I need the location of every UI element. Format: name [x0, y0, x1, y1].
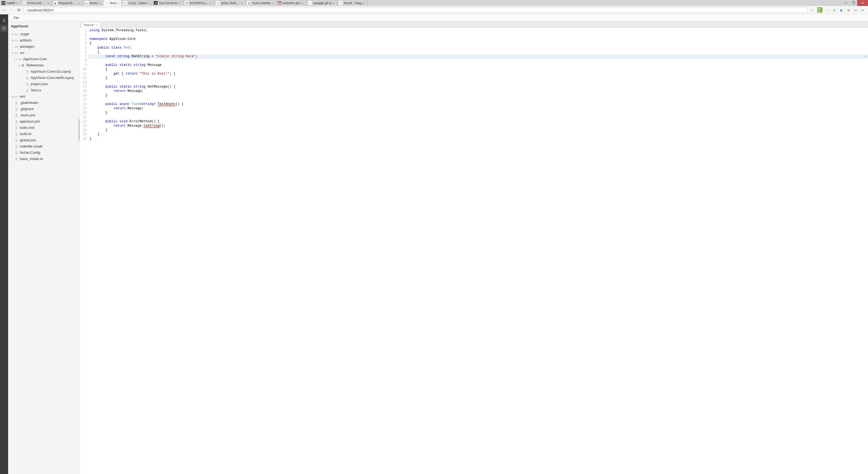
- close-icon[interactable]: ×: [16, 2, 19, 4]
- file-node[interactable]: ▯.gitattributes: [8, 99, 80, 106]
- code-line[interactable]: const string MahString = "static string …: [88, 55, 868, 59]
- code-line[interactable]: using System.Threading.Tasks;: [88, 29, 868, 33]
- references-node[interactable]: ▸⊞References: [8, 62, 80, 68]
- folder-node[interactable]: ▸▭artifacts: [8, 37, 80, 43]
- code-line[interactable]: public class Test: [88, 46, 868, 50]
- code-line[interactable]: [88, 33, 868, 37]
- file-node[interactable]: ▯global.json: [8, 137, 80, 143]
- close-icon[interactable]: ×: [117, 2, 120, 4]
- extension-icon[interactable]: ◐: [839, 8, 844, 12]
- line-number: 4: [83, 41, 87, 46]
- close-icon[interactable]: ×: [241, 2, 244, 4]
- bookmark-star-icon[interactable]: ☆: [810, 8, 814, 12]
- browser-tab[interactable]: ◯ Errors and Wa ×: [21, 0, 52, 6]
- code-line[interactable]: }: [88, 94, 868, 98]
- code-line[interactable]: public static string Message: [88, 63, 868, 67]
- favicon-icon: ◓: [185, 1, 188, 5]
- browser-tab[interactable]: ◉ RequireJS API ×: [52, 0, 83, 6]
- extension-icon[interactable]: ≡: [860, 8, 865, 12]
- file-explorer[interactable]: AppVisum ▸▭.nuget▸▭artifacts▭packages▾▭s…: [8, 22, 80, 474]
- reload-button[interactable]: ⟳: [16, 8, 21, 12]
- code-line[interactable]: public static string GetMessage() {: [88, 85, 868, 89]
- code-line[interactable]: namespace AppVisum.Core: [88, 37, 868, 41]
- file-node[interactable]: ▯build.sh: [8, 131, 80, 137]
- file-node[interactable]: ▯.gitignore: [8, 106, 80, 112]
- close-icon[interactable]: ×: [99, 2, 101, 4]
- close-icon[interactable]: ×: [96, 23, 98, 27]
- folder-node[interactable]: ▾▭src: [8, 50, 80, 56]
- code-line[interactable]: }: [88, 133, 868, 137]
- close-icon[interactable]: ×: [363, 2, 365, 4]
- browser-tab[interactable]: ◆ Home ×: [83, 0, 103, 6]
- code-line[interactable]: [88, 115, 868, 120]
- close-icon[interactable]: ×: [210, 2, 212, 4]
- file-node[interactable]: ▯AppVisum.Core.k10.csproj: [8, 68, 80, 74]
- browser-tab[interactable]: ▦ Curly underlin ×: [246, 0, 276, 6]
- code-content[interactable]: using System.Threading.Tasks; namespace …: [88, 28, 868, 474]
- code-editor[interactable]: 1234567891011121314151617181920212223242…: [80, 28, 868, 474]
- folder-node[interactable]: ▸▭test: [8, 93, 80, 99]
- chevron-icon: ▾: [11, 52, 14, 54]
- file-node[interactable]: ▯.travis.yml: [8, 112, 80, 118]
- code-line[interactable]: [88, 98, 868, 102]
- minimize-button[interactable]: —: [842, 0, 849, 6]
- browser-tab[interactable]: ◓ KCrG8YD.png ×: [183, 0, 214, 6]
- hamburger-icon[interactable]: ☰: [1, 17, 7, 24]
- code-line[interactable]: }: [88, 128, 868, 133]
- close-icon[interactable]: ×: [79, 2, 82, 4]
- code-line[interactable]: {: [88, 67, 868, 72]
- browser-tab[interactable]: JR JabbR ×: [0, 0, 21, 6]
- extension-badge[interactable]: Buf ON: [817, 7, 823, 13]
- forward-button[interactable]: →: [9, 8, 14, 12]
- browser-tab[interactable]: ▬ underline.gif ( ×: [276, 0, 307, 6]
- url-input[interactable]: ▯ localhost:5002/#: [23, 7, 808, 13]
- editor-tab[interactable]: Test.cs* ×: [81, 22, 100, 28]
- sidebar-resize-handle[interactable]: [79, 119, 80, 141]
- code-line[interactable]: }: [88, 76, 868, 81]
- code-line[interactable]: get { return "This is Kool!"; }: [88, 72, 868, 76]
- file-node[interactable]: ▯AppVisum.Core.net45.csproj: [8, 74, 80, 81]
- folder-node[interactable]: ▾▭AppVisum.Core: [8, 56, 80, 62]
- file-node[interactable]: ▯Test.cs: [8, 87, 80, 93]
- pencil-icon[interactable]: ✎: [1, 25, 7, 32]
- back-button[interactable]: ←: [2, 8, 7, 12]
- extension-icon[interactable]: ▭: [854, 8, 858, 12]
- browser-tab[interactable]: ✳ JsDoc Referen ×: [214, 0, 246, 6]
- code-line[interactable]: return Message.toString();: [88, 124, 868, 128]
- code-line[interactable]: return Message;: [88, 89, 868, 94]
- code-line[interactable]: [88, 81, 868, 85]
- maximize-button[interactable]: ❐: [849, 0, 857, 6]
- extension-icon[interactable]: ○: [825, 8, 830, 12]
- browser-tab[interactable]: ◉ Top Five Anim ×: [152, 0, 183, 6]
- code-line[interactable]: [88, 59, 868, 63]
- close-icon[interactable]: ×: [333, 2, 335, 4]
- file-node[interactable]: ▯appveyor.yml: [8, 118, 80, 124]
- extension-icon[interactable]: ●: [832, 8, 837, 12]
- code-line[interactable]: }: [88, 137, 868, 141]
- code-line[interactable]: public async Task<string> TestAsync() {: [88, 102, 868, 106]
- code-line[interactable]: {: [88, 50, 868, 55]
- code-line[interactable]: {: [88, 41, 868, 46]
- folder-node[interactable]: ▸▭.nuget: [8, 31, 80, 37]
- file-node[interactable]: ▯NuGet.Config: [8, 150, 80, 156]
- file-node[interactable]: ▯travis_install.sh: [8, 156, 80, 162]
- close-window-button[interactable]: ✕: [857, 0, 868, 6]
- browser-tab[interactable]: ✎ List.js - Editor ×: [122, 0, 152, 6]
- code-line[interactable]: }: [88, 111, 868, 115]
- close-icon[interactable]: ×: [272, 2, 274, 4]
- extension-icon[interactable]: ⊘: [846, 8, 850, 12]
- close-icon[interactable]: ×: [179, 2, 181, 4]
- code-line[interactable]: return Message;: [88, 106, 868, 111]
- file-node[interactable]: ▯project.json: [8, 81, 80, 87]
- folder-node[interactable]: ▭packages: [8, 43, 80, 50]
- browser-tab[interactable]: ▯ Runt ×: [103, 0, 122, 6]
- close-icon[interactable]: ×: [148, 2, 150, 4]
- code-line[interactable]: public void ErrorMethod() {: [88, 120, 868, 124]
- file-menu[interactable]: File: [11, 15, 21, 21]
- close-icon[interactable]: ×: [48, 2, 50, 4]
- browser-tab[interactable]: ∿ squiggle.gif (4 ×: [307, 0, 337, 6]
- file-node[interactable]: ▯build.cmd: [8, 124, 80, 131]
- browser-tab[interactable]: ✦ Result - Imag ×: [337, 0, 367, 6]
- close-icon[interactable]: ×: [302, 2, 305, 4]
- file-node[interactable]: ▯makefile.shade: [8, 143, 80, 150]
